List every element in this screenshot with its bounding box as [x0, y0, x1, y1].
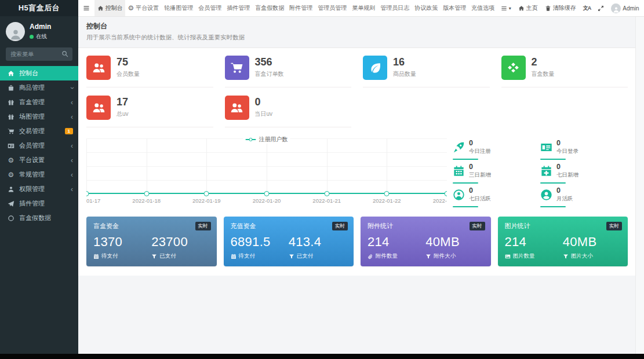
menu-search: [6, 47, 72, 61]
fund-label: 图片数量: [513, 252, 535, 260]
mini-stat-today-registered: 0今日注册: [453, 138, 540, 160]
stat-value: 17: [117, 97, 129, 108]
trash-icon: [545, 5, 551, 12]
navbar-username: Admin: [623, 5, 639, 12]
gear-icon: ⚙: [128, 5, 134, 12]
sidebar-menu: 控制台 商品管理 ‹ 盲盒管理 ‹ 场图管理 ‹ 交易管理 1: [0, 66, 78, 359]
sidebar-item-plugins[interactable]: 插件管理: [0, 196, 78, 211]
tab-recharge-options[interactable]: 充值选项: [469, 0, 497, 16]
users-icon: [86, 56, 111, 80]
sidebar-item-trade[interactable]: 交易管理 1: [0, 124, 78, 138]
bag-icon: [7, 85, 15, 91]
sidebar-item-platform-settings[interactable]: ⚙ 平台设置 ‹: [0, 153, 78, 167]
calendar-plus-icon: [540, 165, 552, 177]
sidebar-item-scene[interactable]: 场图管理 ‹: [0, 109, 78, 124]
page-title: 控制台: [86, 21, 628, 31]
sidebar-item-label: 平台设置: [19, 156, 45, 164]
stat-label: 商品数量: [393, 70, 416, 78]
tab-plugins[interactable]: 插件管理: [224, 0, 253, 16]
tab-carousel[interactable]: 轮播图管理: [162, 0, 196, 16]
tab-admin-logs[interactable]: 管理员日志: [378, 0, 412, 16]
mini-stats: 0今日注册 0今日登录 0三日新增: [447, 135, 628, 207]
translate-button[interactable]: 文A: [580, 0, 595, 16]
fund-value: 214: [368, 235, 425, 249]
tab-menu-rules[interactable]: 菜单规则: [350, 0, 378, 16]
tab-dashboard[interactable]: 控制台: [94, 0, 125, 16]
scrollbar[interactable]: [635, 17, 644, 354]
sidebar-item-fakedata[interactable]: 盲盒假数据: [0, 211, 78, 225]
fund-label: 待支付: [239, 252, 256, 260]
stat-members: 75会员数量: [86, 56, 213, 87]
funnel-icon: [563, 254, 569, 259]
sidebar-item-permissions[interactable]: 权限管理 ‹: [0, 182, 78, 196]
chart-section: 注册用户数 2022-01-172022-01-182022-01-192022…: [86, 135, 628, 207]
tab-fakedata[interactable]: 盲盒假数据: [253, 0, 287, 16]
line-marker-icon: [246, 139, 256, 140]
calendar-icon: [93, 254, 99, 259]
fund-value: 413.4: [289, 235, 347, 249]
stat-value: 0: [255, 97, 273, 108]
chevron-left-icon: ‹: [71, 157, 73, 164]
user-circle-outline-icon: [453, 189, 465, 201]
tab-versions[interactable]: 版本管理: [441, 0, 469, 16]
fund-value: 1370: [93, 235, 151, 249]
sidebar-item-goods[interactable]: 商品管理 ‹: [0, 80, 78, 95]
hamburger-button[interactable]: [78, 0, 94, 16]
stat-label: 会员数量: [117, 70, 140, 78]
tab-members[interactable]: 会员管理: [196, 0, 224, 16]
sidebar-item-label: 插件管理: [19, 199, 45, 208]
tabs-dropdown-button[interactable]: ▾: [497, 0, 515, 16]
chevron-left-icon: ‹: [71, 99, 73, 106]
sidebar-item-members[interactable]: 会员管理 ‹: [0, 138, 78, 153]
image-icon: [505, 254, 511, 259]
sidebar-item-blindbox[interactable]: 盲盒管理 ‹: [0, 95, 78, 109]
caret-down-icon: ▾: [509, 6, 511, 11]
tab-admins[interactable]: 管理员管理: [315, 0, 350, 16]
realtime-badge: 实时: [470, 222, 485, 230]
sidebar-item-dashboard[interactable]: 控制台: [0, 66, 78, 80]
admin-app: H5盲盒后台 Admin 在线 控制台 商品管理 ‹ 盲盒管: [0, 0, 644, 359]
mini-stat-today-login: 0今日登录: [540, 138, 628, 160]
mini-stat-underline: [540, 182, 566, 184]
sidebar: H5盲盒后台 Admin 在线 控制台 商品管理 ‹ 盲盒管: [0, 0, 78, 359]
clear-cache-button[interactable]: 清除缓存: [541, 0, 580, 16]
tab-agreements[interactable]: 协议政策: [412, 0, 441, 16]
tab-platform-settings[interactable]: ⚙平台设置: [125, 0, 162, 16]
fund-value: 23700: [151, 235, 209, 249]
chart-xlabels: 2022-01-172022-01-182022-01-192022-01-20…: [86, 197, 447, 204]
realtime-badge: 实时: [606, 222, 622, 230]
cart-icon: [7, 128, 15, 135]
app-logo[interactable]: H5盲盒后台: [0, 0, 78, 16]
user-menu[interactable]: Admin: [607, 0, 642, 16]
fund-value: 40MB: [563, 235, 621, 249]
chart-legend-item[interactable]: 注册用户数: [243, 135, 290, 144]
translate-icon: 文A: [583, 5, 591, 12]
stat-label: 盲盒订单数: [255, 70, 284, 78]
tab-attachments[interactable]: 附件管理: [287, 0, 315, 16]
realtime-badge: 实时: [332, 222, 348, 230]
main-area: 控制台 ⚙平台设置 轮播图管理 会员管理 插件管理 盲盒假数据 附件管理 管理员…: [78, 0, 644, 359]
chevron-down-icon: ‹: [68, 87, 75, 89]
stats-row-1: 75会员数量 356盲盒订单数 16商品数量 2盲盒数量: [86, 56, 628, 87]
chevron-left-icon: ‹: [71, 171, 73, 178]
leaf-icon: [363, 56, 387, 80]
gear-icon: ⚙: [7, 157, 15, 164]
sidebar-item-general[interactable]: ⚙ 常规管理 ‹: [0, 167, 78, 182]
sidebar-item-label: 会员管理: [19, 141, 45, 150]
stat-label: 盲盒数量: [532, 70, 555, 78]
user-name: Admin: [30, 23, 51, 32]
chart-plot: [86, 138, 447, 194]
fullscreen-button[interactable]: [594, 0, 607, 16]
stat-value: 16: [393, 57, 416, 68]
mini-stat-underline: [453, 159, 478, 160]
cart-icon: [225, 56, 249, 80]
funnel-icon: [425, 254, 431, 259]
home-button[interactable]: 主页: [515, 0, 541, 16]
user-icon: [7, 186, 15, 193]
home-icon: [7, 70, 15, 77]
paperclip-icon: [368, 254, 373, 259]
fund-label: 图片大小: [571, 252, 593, 260]
search-icon: [61, 50, 68, 57]
sidebar-item-label: 场图管理: [19, 112, 45, 121]
page-subtitle: 用于展示当前系统中的统计数据、统计报表及重要实时数据: [86, 34, 628, 42]
